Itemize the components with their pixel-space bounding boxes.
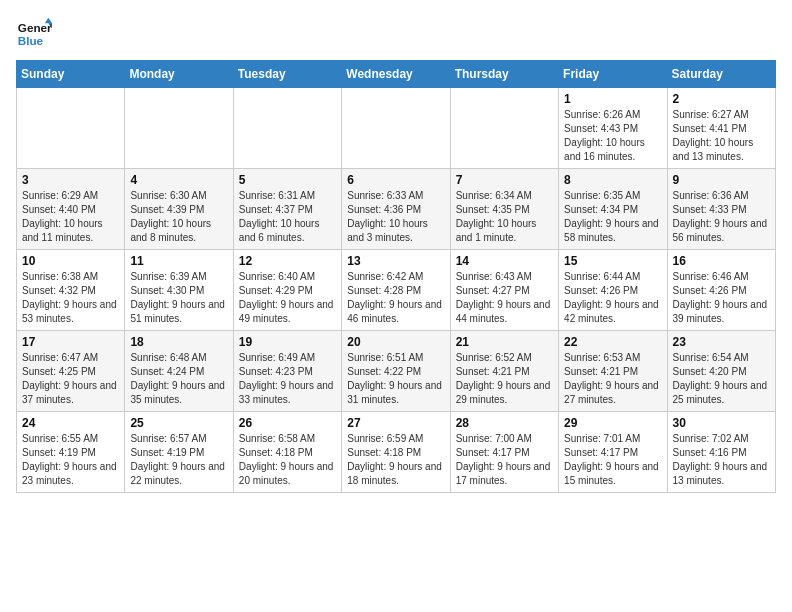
calendar-week-row: 10Sunrise: 6:38 AM Sunset: 4:32 PM Dayli… (17, 250, 776, 331)
calendar-day-cell: 26Sunrise: 6:58 AM Sunset: 4:18 PM Dayli… (233, 412, 341, 493)
day-number: 12 (239, 254, 336, 268)
day-info: Sunrise: 6:54 AM Sunset: 4:20 PM Dayligh… (673, 351, 770, 407)
day-info: Sunrise: 6:53 AM Sunset: 4:21 PM Dayligh… (564, 351, 661, 407)
calendar-day-cell: 2Sunrise: 6:27 AM Sunset: 4:41 PM Daylig… (667, 88, 775, 169)
day-info: Sunrise: 7:02 AM Sunset: 4:16 PM Dayligh… (673, 432, 770, 488)
day-info: Sunrise: 6:49 AM Sunset: 4:23 PM Dayligh… (239, 351, 336, 407)
day-number: 27 (347, 416, 444, 430)
day-info: Sunrise: 6:42 AM Sunset: 4:28 PM Dayligh… (347, 270, 444, 326)
day-number: 18 (130, 335, 227, 349)
svg-text:Blue: Blue (18, 34, 44, 47)
day-number: 29 (564, 416, 661, 430)
day-info: Sunrise: 6:35 AM Sunset: 4:34 PM Dayligh… (564, 189, 661, 245)
calendar-day-cell: 30Sunrise: 7:02 AM Sunset: 4:16 PM Dayli… (667, 412, 775, 493)
calendar-day-cell: 16Sunrise: 6:46 AM Sunset: 4:26 PM Dayli… (667, 250, 775, 331)
calendar-day-cell: 28Sunrise: 7:00 AM Sunset: 4:17 PM Dayli… (450, 412, 558, 493)
day-info: Sunrise: 6:40 AM Sunset: 4:29 PM Dayligh… (239, 270, 336, 326)
day-number: 16 (673, 254, 770, 268)
day-number: 15 (564, 254, 661, 268)
day-info: Sunrise: 6:34 AM Sunset: 4:35 PM Dayligh… (456, 189, 553, 245)
weekday-header: Monday (125, 61, 233, 88)
day-info: Sunrise: 6:26 AM Sunset: 4:43 PM Dayligh… (564, 108, 661, 164)
day-number: 30 (673, 416, 770, 430)
day-number: 14 (456, 254, 553, 268)
day-number: 26 (239, 416, 336, 430)
day-number: 3 (22, 173, 119, 187)
calendar-day-cell: 12Sunrise: 6:40 AM Sunset: 4:29 PM Dayli… (233, 250, 341, 331)
day-info: Sunrise: 6:33 AM Sunset: 4:36 PM Dayligh… (347, 189, 444, 245)
weekday-header: Wednesday (342, 61, 450, 88)
day-info: Sunrise: 6:39 AM Sunset: 4:30 PM Dayligh… (130, 270, 227, 326)
day-number: 8 (564, 173, 661, 187)
day-info: Sunrise: 6:59 AM Sunset: 4:18 PM Dayligh… (347, 432, 444, 488)
calendar-day-cell: 7Sunrise: 6:34 AM Sunset: 4:35 PM Daylig… (450, 169, 558, 250)
calendar-day-cell: 13Sunrise: 6:42 AM Sunset: 4:28 PM Dayli… (342, 250, 450, 331)
day-number: 10 (22, 254, 119, 268)
calendar-day-cell: 6Sunrise: 6:33 AM Sunset: 4:36 PM Daylig… (342, 169, 450, 250)
calendar-week-row: 3Sunrise: 6:29 AM Sunset: 4:40 PM Daylig… (17, 169, 776, 250)
day-info: Sunrise: 7:00 AM Sunset: 4:17 PM Dayligh… (456, 432, 553, 488)
day-number: 24 (22, 416, 119, 430)
day-info: Sunrise: 6:51 AM Sunset: 4:22 PM Dayligh… (347, 351, 444, 407)
day-info: Sunrise: 6:29 AM Sunset: 4:40 PM Dayligh… (22, 189, 119, 245)
day-number: 4 (130, 173, 227, 187)
calendar-day-cell: 9Sunrise: 6:36 AM Sunset: 4:33 PM Daylig… (667, 169, 775, 250)
day-number: 20 (347, 335, 444, 349)
calendar-day-cell: 14Sunrise: 6:43 AM Sunset: 4:27 PM Dayli… (450, 250, 558, 331)
calendar-day-cell: 29Sunrise: 7:01 AM Sunset: 4:17 PM Dayli… (559, 412, 667, 493)
day-info: Sunrise: 6:43 AM Sunset: 4:27 PM Dayligh… (456, 270, 553, 326)
day-number: 7 (456, 173, 553, 187)
calendar-day-cell: 23Sunrise: 6:54 AM Sunset: 4:20 PM Dayli… (667, 331, 775, 412)
day-info: Sunrise: 6:44 AM Sunset: 4:26 PM Dayligh… (564, 270, 661, 326)
day-number: 23 (673, 335, 770, 349)
day-info: Sunrise: 6:48 AM Sunset: 4:24 PM Dayligh… (130, 351, 227, 407)
calendar-day-cell: 25Sunrise: 6:57 AM Sunset: 4:19 PM Dayli… (125, 412, 233, 493)
calendar-day-cell: 1Sunrise: 6:26 AM Sunset: 4:43 PM Daylig… (559, 88, 667, 169)
calendar-day-cell: 18Sunrise: 6:48 AM Sunset: 4:24 PM Dayli… (125, 331, 233, 412)
day-number: 2 (673, 92, 770, 106)
day-info: Sunrise: 6:55 AM Sunset: 4:19 PM Dayligh… (22, 432, 119, 488)
logo: General Blue (16, 16, 52, 52)
calendar-day-cell: 19Sunrise: 6:49 AM Sunset: 4:23 PM Dayli… (233, 331, 341, 412)
day-number: 28 (456, 416, 553, 430)
day-info: Sunrise: 6:36 AM Sunset: 4:33 PM Dayligh… (673, 189, 770, 245)
day-number: 22 (564, 335, 661, 349)
calendar-day-cell: 20Sunrise: 6:51 AM Sunset: 4:22 PM Dayli… (342, 331, 450, 412)
day-number: 19 (239, 335, 336, 349)
calendar-day-cell (342, 88, 450, 169)
day-info: Sunrise: 6:27 AM Sunset: 4:41 PM Dayligh… (673, 108, 770, 164)
day-number: 21 (456, 335, 553, 349)
day-number: 5 (239, 173, 336, 187)
weekday-header: Saturday (667, 61, 775, 88)
calendar-day-cell (125, 88, 233, 169)
calendar-day-cell: 22Sunrise: 6:53 AM Sunset: 4:21 PM Dayli… (559, 331, 667, 412)
day-info: Sunrise: 6:31 AM Sunset: 4:37 PM Dayligh… (239, 189, 336, 245)
calendar-day-cell: 15Sunrise: 6:44 AM Sunset: 4:26 PM Dayli… (559, 250, 667, 331)
calendar-day-cell: 8Sunrise: 6:35 AM Sunset: 4:34 PM Daylig… (559, 169, 667, 250)
day-number: 17 (22, 335, 119, 349)
day-info: Sunrise: 6:52 AM Sunset: 4:21 PM Dayligh… (456, 351, 553, 407)
day-number: 13 (347, 254, 444, 268)
calendar-header-row: SundayMondayTuesdayWednesdayThursdayFrid… (17, 61, 776, 88)
weekday-header: Thursday (450, 61, 558, 88)
day-number: 25 (130, 416, 227, 430)
calendar-day-cell: 24Sunrise: 6:55 AM Sunset: 4:19 PM Dayli… (17, 412, 125, 493)
day-number: 11 (130, 254, 227, 268)
day-info: Sunrise: 6:58 AM Sunset: 4:18 PM Dayligh… (239, 432, 336, 488)
calendar-day-cell: 4Sunrise: 6:30 AM Sunset: 4:39 PM Daylig… (125, 169, 233, 250)
day-number: 9 (673, 173, 770, 187)
weekday-header: Friday (559, 61, 667, 88)
calendar-day-cell (233, 88, 341, 169)
calendar-day-cell (17, 88, 125, 169)
calendar-day-cell: 10Sunrise: 6:38 AM Sunset: 4:32 PM Dayli… (17, 250, 125, 331)
calendar-day-cell: 27Sunrise: 6:59 AM Sunset: 4:18 PM Dayli… (342, 412, 450, 493)
calendar-week-row: 1Sunrise: 6:26 AM Sunset: 4:43 PM Daylig… (17, 88, 776, 169)
day-number: 6 (347, 173, 444, 187)
day-info: Sunrise: 7:01 AM Sunset: 4:17 PM Dayligh… (564, 432, 661, 488)
calendar-day-cell (450, 88, 558, 169)
logo-icon: General Blue (16, 16, 52, 52)
calendar-week-row: 17Sunrise: 6:47 AM Sunset: 4:25 PM Dayli… (17, 331, 776, 412)
calendar-week-row: 24Sunrise: 6:55 AM Sunset: 4:19 PM Dayli… (17, 412, 776, 493)
page-header: General Blue (16, 16, 776, 52)
day-info: Sunrise: 6:46 AM Sunset: 4:26 PM Dayligh… (673, 270, 770, 326)
